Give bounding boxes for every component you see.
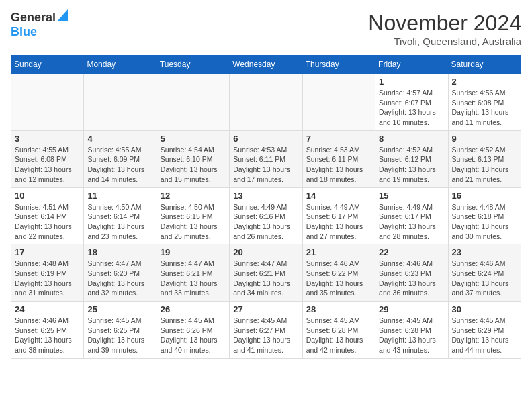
day-number: 21 bbox=[306, 247, 371, 257]
logo: General Blue bbox=[11, 11, 68, 38]
day-info: Sunrise: 4:46 AMSunset: 6:24 PMDaylight:… bbox=[452, 259, 517, 298]
day-number: 4 bbox=[87, 134, 152, 144]
day-info: Sunrise: 4:48 AMSunset: 6:18 PMDaylight:… bbox=[452, 202, 517, 242]
calendar-day-cell: 30Sunrise: 4:45 AMSunset: 6:29 PMDayligh… bbox=[448, 302, 521, 359]
calendar-day-cell: 8Sunrise: 4:52 AMSunset: 6:12 PMDaylight… bbox=[375, 130, 448, 187]
day-number: 22 bbox=[379, 247, 444, 257]
logo-general: General bbox=[11, 11, 56, 25]
day-number: 17 bbox=[15, 247, 80, 257]
day-info: Sunrise: 4:48 AMSunset: 6:19 PMDaylight:… bbox=[15, 259, 80, 298]
calendar-day-cell: 15Sunrise: 4:49 AMSunset: 6:17 PMDayligh… bbox=[375, 187, 448, 244]
calendar-day-cell: 23Sunrise: 4:46 AMSunset: 6:24 PMDayligh… bbox=[448, 244, 521, 302]
calendar-day-cell bbox=[84, 74, 157, 131]
calendar-day-cell: 18Sunrise: 4:47 AMSunset: 6:20 PMDayligh… bbox=[84, 244, 157, 302]
day-number: 10 bbox=[15, 191, 80, 201]
day-number: 12 bbox=[161, 191, 226, 201]
day-info: Sunrise: 4:53 AMSunset: 6:11 PMDaylight:… bbox=[306, 145, 371, 185]
calendar-day-cell bbox=[157, 74, 229, 131]
calendar-day-cell: 27Sunrise: 4:45 AMSunset: 6:27 PMDayligh… bbox=[230, 302, 302, 359]
calendar-day-cell: 21Sunrise: 4:46 AMSunset: 6:22 PMDayligh… bbox=[302, 244, 375, 302]
day-of-week-header: Saturday bbox=[448, 56, 521, 74]
calendar-day-cell: 20Sunrise: 4:47 AMSunset: 6:21 PMDayligh… bbox=[230, 244, 302, 302]
day-info: Sunrise: 4:52 AMSunset: 6:13 PMDaylight:… bbox=[452, 145, 517, 185]
day-info: Sunrise: 4:51 AMSunset: 6:14 PMDaylight:… bbox=[15, 202, 80, 242]
location: Tivoli, Queensland, Australia bbox=[368, 36, 521, 47]
calendar-day-cell: 16Sunrise: 4:48 AMSunset: 6:18 PMDayligh… bbox=[448, 187, 521, 244]
day-number: 15 bbox=[379, 191, 444, 201]
day-info: Sunrise: 4:53 AMSunset: 6:11 PMDaylight:… bbox=[233, 145, 298, 185]
calendar-week-row: 1Sunrise: 4:57 AMSunset: 6:07 PMDaylight… bbox=[11, 74, 521, 131]
day-number: 7 bbox=[306, 134, 371, 144]
day-number: 9 bbox=[452, 134, 517, 144]
logo-blue: Blue bbox=[11, 25, 37, 38]
calendar-day-cell: 9Sunrise: 4:52 AMSunset: 6:13 PMDaylight… bbox=[448, 130, 521, 187]
calendar-day-cell: 13Sunrise: 4:49 AMSunset: 6:16 PMDayligh… bbox=[230, 187, 302, 244]
calendar-week-row: 3Sunrise: 4:55 AMSunset: 6:08 PMDaylight… bbox=[11, 130, 521, 187]
day-number: 8 bbox=[379, 134, 444, 144]
day-number: 29 bbox=[379, 304, 444, 314]
day-number: 13 bbox=[233, 191, 298, 201]
day-of-week-header: Friday bbox=[375, 56, 448, 74]
day-number: 28 bbox=[306, 304, 371, 314]
calendar-day-cell: 19Sunrise: 4:47 AMSunset: 6:21 PMDayligh… bbox=[157, 244, 229, 302]
day-number: 23 bbox=[452, 247, 517, 257]
calendar-day-cell: 5Sunrise: 4:54 AMSunset: 6:10 PMDaylight… bbox=[157, 130, 229, 187]
day-of-week-header: Wednesday bbox=[230, 56, 302, 74]
calendar-day-cell: 22Sunrise: 4:46 AMSunset: 6:23 PMDayligh… bbox=[375, 244, 448, 302]
day-number: 2 bbox=[452, 77, 517, 87]
calendar-day-cell: 7Sunrise: 4:53 AMSunset: 6:11 PMDaylight… bbox=[302, 130, 375, 187]
calendar-day-cell: 11Sunrise: 4:50 AMSunset: 6:14 PMDayligh… bbox=[84, 187, 157, 244]
day-info: Sunrise: 4:52 AMSunset: 6:12 PMDaylight:… bbox=[379, 145, 444, 185]
day-info: Sunrise: 4:49 AMSunset: 6:17 PMDaylight:… bbox=[379, 202, 444, 242]
calendar: SundayMondayTuesdayWednesdayThursdayFrid… bbox=[11, 55, 521, 359]
day-number: 27 bbox=[233, 304, 298, 314]
day-number: 14 bbox=[306, 191, 371, 201]
day-info: Sunrise: 4:46 AMSunset: 6:22 PMDaylight:… bbox=[306, 259, 371, 298]
day-info: Sunrise: 4:50 AMSunset: 6:14 PMDaylight:… bbox=[87, 202, 152, 242]
calendar-week-row: 24Sunrise: 4:46 AMSunset: 6:25 PMDayligh… bbox=[11, 302, 521, 359]
day-of-week-header: Monday bbox=[84, 56, 157, 74]
calendar-day-cell: 6Sunrise: 4:53 AMSunset: 6:11 PMDaylight… bbox=[230, 130, 302, 187]
day-info: Sunrise: 4:45 AMSunset: 6:27 PMDaylight:… bbox=[233, 316, 298, 355]
day-info: Sunrise: 4:56 AMSunset: 6:08 PMDaylight:… bbox=[452, 88, 517, 128]
day-info: Sunrise: 4:45 AMSunset: 6:28 PMDaylight:… bbox=[306, 316, 371, 355]
day-number: 18 bbox=[87, 247, 152, 257]
calendar-day-cell: 3Sunrise: 4:55 AMSunset: 6:08 PMDaylight… bbox=[11, 130, 84, 187]
calendar-day-cell bbox=[230, 74, 302, 131]
day-number: 25 bbox=[87, 304, 152, 314]
calendar-day-cell: 17Sunrise: 4:48 AMSunset: 6:19 PMDayligh… bbox=[11, 244, 84, 302]
logo-triangle-icon bbox=[57, 9, 68, 21]
day-number: 26 bbox=[161, 304, 226, 314]
day-number: 11 bbox=[87, 191, 152, 201]
calendar-day-cell: 4Sunrise: 4:55 AMSunset: 6:09 PMDaylight… bbox=[84, 130, 157, 187]
calendar-day-cell: 1Sunrise: 4:57 AMSunset: 6:07 PMDaylight… bbox=[375, 74, 448, 131]
day-info: Sunrise: 4:47 AMSunset: 6:21 PMDaylight:… bbox=[233, 259, 298, 298]
day-info: Sunrise: 4:45 AMSunset: 6:29 PMDaylight:… bbox=[452, 316, 517, 355]
calendar-week-row: 17Sunrise: 4:48 AMSunset: 6:19 PMDayligh… bbox=[11, 244, 521, 302]
day-of-week-header: Sunday bbox=[11, 56, 84, 74]
title-area: November 2024 Tivoli, Queensland, Austra… bbox=[368, 11, 521, 47]
calendar-day-cell bbox=[11, 74, 84, 131]
day-number: 5 bbox=[161, 134, 226, 144]
calendar-day-cell: 24Sunrise: 4:46 AMSunset: 6:25 PMDayligh… bbox=[11, 302, 84, 359]
day-number: 1 bbox=[379, 77, 444, 87]
day-number: 3 bbox=[15, 134, 80, 144]
day-number: 16 bbox=[452, 191, 517, 201]
day-number: 30 bbox=[452, 304, 517, 314]
day-info: Sunrise: 4:57 AMSunset: 6:07 PMDaylight:… bbox=[379, 88, 444, 128]
day-info: Sunrise: 4:47 AMSunset: 6:21 PMDaylight:… bbox=[161, 259, 226, 298]
calendar-day-cell: 26Sunrise: 4:45 AMSunset: 6:26 PMDayligh… bbox=[157, 302, 229, 359]
day-info: Sunrise: 4:49 AMSunset: 6:16 PMDaylight:… bbox=[233, 202, 298, 242]
day-info: Sunrise: 4:46 AMSunset: 6:23 PMDaylight:… bbox=[379, 259, 444, 298]
calendar-day-cell: 10Sunrise: 4:51 AMSunset: 6:14 PMDayligh… bbox=[11, 187, 84, 244]
day-info: Sunrise: 4:45 AMSunset: 6:28 PMDaylight:… bbox=[379, 316, 444, 355]
day-info: Sunrise: 4:49 AMSunset: 6:17 PMDaylight:… bbox=[306, 202, 371, 242]
day-of-week-header: Tuesday bbox=[157, 56, 229, 74]
calendar-week-row: 10Sunrise: 4:51 AMSunset: 6:14 PMDayligh… bbox=[11, 187, 521, 244]
day-info: Sunrise: 4:55 AMSunset: 6:09 PMDaylight:… bbox=[87, 145, 152, 185]
calendar-day-cell: 25Sunrise: 4:45 AMSunset: 6:25 PMDayligh… bbox=[84, 302, 157, 359]
calendar-header-row: SundayMondayTuesdayWednesdayThursdayFrid… bbox=[11, 56, 521, 74]
day-of-week-header: Thursday bbox=[302, 56, 375, 74]
day-info: Sunrise: 4:45 AMSunset: 6:25 PMDaylight:… bbox=[87, 316, 152, 355]
svg-marker-0 bbox=[57, 9, 68, 21]
